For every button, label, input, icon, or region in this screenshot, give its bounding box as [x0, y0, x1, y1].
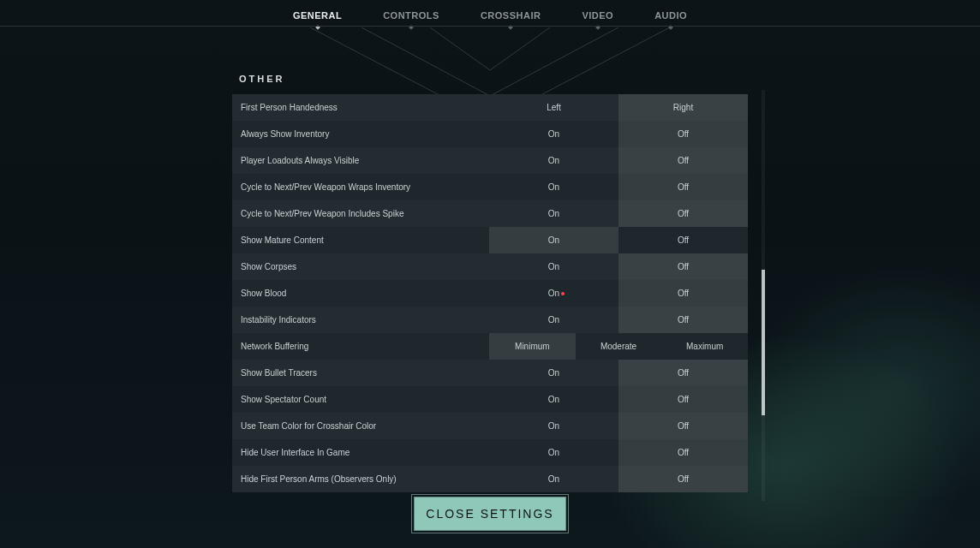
tab-video[interactable]: VIDEO [582, 10, 613, 26]
setting-row: Player Loadouts Always VisibleOnOff [232, 147, 748, 174]
option-off[interactable]: Off [618, 121, 748, 147]
setting-label: Show Corpses [232, 253, 489, 280]
tab-general[interactable]: GENERAL [293, 10, 342, 26]
option-minimum[interactable]: Minimum [489, 333, 576, 360]
setting-row: Always Show InventoryOnOff [232, 121, 748, 147]
setting-label: First Person Handedness [232, 94, 489, 121]
option-off[interactable]: Off [618, 200, 748, 227]
setting-label: Show Spectator Count [232, 386, 489, 413]
setting-label: Use Team Color for Crosshair Color [232, 413, 489, 439]
option-on[interactable]: On [489, 200, 618, 227]
setting-label: Show Blood [232, 280, 489, 307]
setting-row: Use Team Color for Crosshair ColorOnOff [232, 413, 748, 439]
setting-row: Instability IndicatorsOnOff [232, 307, 748, 333]
option-right[interactable]: Right [618, 94, 748, 121]
setting-label: Show Mature Content [232, 227, 489, 253]
section-title: OTHER [232, 60, 748, 94]
setting-row: Show Mature ContentOnOff [232, 227, 748, 253]
option-on[interactable]: On [489, 147, 618, 174]
close-settings-button[interactable]: CLOSE SETTINGS [414, 497, 566, 531]
setting-label: Cycle to Next/Prev Weapon Wraps Inventor… [232, 174, 489, 200]
setting-label: Hide First Person Arms (Observers Only) [232, 466, 489, 492]
option-off[interactable]: Off [618, 386, 748, 413]
option-off[interactable]: Off [618, 280, 748, 307]
setting-row: Network BufferingMinimumModerateMaximum [232, 333, 748, 360]
option-on[interactable]: On [489, 227, 618, 253]
setting-row: Cycle to Next/Prev Weapon Includes Spike… [232, 200, 748, 227]
option-off[interactable]: Off [618, 413, 748, 439]
scrollbar-thumb[interactable] [762, 270, 765, 415]
option-off[interactable]: Off [618, 147, 748, 174]
option-on[interactable]: On [489, 121, 618, 147]
option-moderate[interactable]: Moderate [576, 333, 662, 360]
settings-panel: OTHER First Person HandednessLeftRightAl… [232, 60, 748, 492]
setting-row: Show BloodOnOff [232, 280, 748, 307]
setting-row: Hide First Person Arms (Observers Only)O… [232, 466, 748, 492]
option-on[interactable]: On [489, 307, 618, 333]
setting-label: Instability Indicators [232, 307, 489, 333]
option-on[interactable]: On [489, 360, 618, 386]
option-off[interactable]: Off [618, 174, 748, 200]
option-on[interactable]: On [489, 466, 618, 492]
option-on[interactable]: On [489, 253, 618, 280]
setting-row: Cycle to Next/Prev Weapon Wraps Inventor… [232, 174, 748, 200]
option-off[interactable]: Off [618, 307, 748, 333]
option-on[interactable]: On [489, 413, 618, 439]
option-on[interactable]: On [489, 439, 618, 466]
option-on[interactable]: On [489, 280, 618, 307]
option-on[interactable]: On [489, 386, 618, 413]
setting-row: First Person HandednessLeftRight [232, 94, 748, 121]
option-off[interactable]: Off [618, 227, 748, 253]
setting-label: Hide User Interface In Game [232, 439, 489, 466]
option-off[interactable]: Off [618, 360, 748, 386]
setting-row: Show CorpsesOnOff [232, 253, 748, 280]
tab-audio[interactable]: AUDIO [654, 10, 687, 26]
option-on[interactable]: On [489, 174, 618, 200]
tab-crosshair[interactable]: CROSSHAIR [481, 10, 541, 26]
option-maximum[interactable]: Maximum [661, 333, 748, 360]
option-off[interactable]: Off [618, 466, 748, 492]
setting-label: Player Loadouts Always Visible [232, 147, 489, 174]
setting-label: Always Show Inventory [232, 121, 489, 147]
option-off[interactable]: Off [618, 439, 748, 466]
setting-label: Cycle to Next/Prev Weapon Includes Spike [232, 200, 489, 227]
setting-row: Hide User Interface In GameOnOff [232, 439, 748, 466]
setting-label: Network Buffering [232, 333, 489, 360]
option-off[interactable]: Off [618, 253, 748, 280]
setting-row: Show Spectator CountOnOff [232, 386, 748, 413]
setting-row: Show Bullet TracersOnOff [232, 360, 748, 386]
tab-controls[interactable]: CONTROLS [383, 10, 439, 26]
setting-label: Show Bullet Tracers [232, 360, 489, 386]
option-left[interactable]: Left [489, 94, 618, 121]
